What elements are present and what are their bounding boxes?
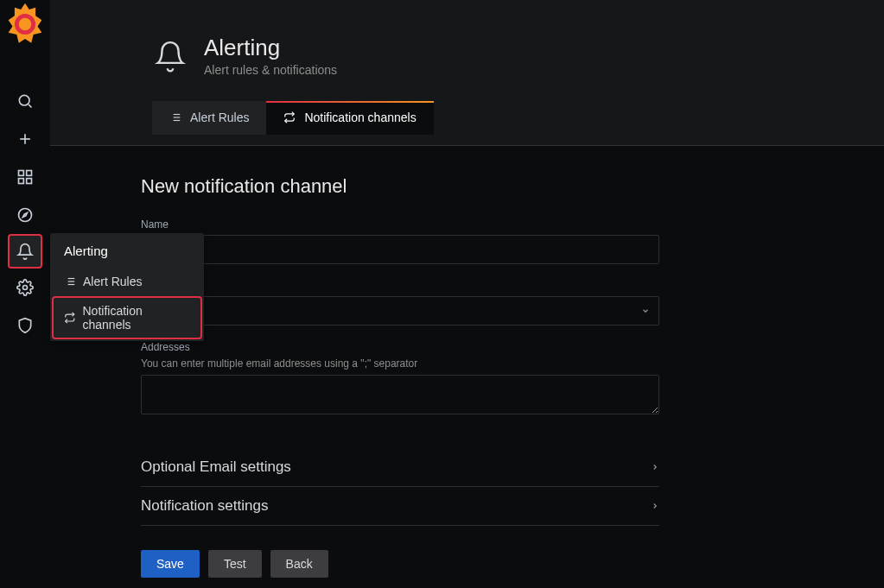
name-label: Name [141,218,659,231]
alerting-nav[interactable] [8,234,42,269]
name-input[interactable] [141,235,659,264]
expandable-label: Optional Email settings [141,458,291,476]
svg-point-9 [19,209,32,222]
chevron-down-icon [641,307,650,315]
chevron-right-icon [651,463,659,471]
grid-icon [16,168,34,186]
save-button[interactable]: Save [141,550,200,578]
page-header: Alerting Alert rules & notifications [50,0,884,77]
tab-label: Notification channels [304,111,416,124]
svg-point-1 [19,95,29,105]
form-group-type: Type Email [141,280,659,326]
sidebar [0,0,50,588]
list-icon [64,275,76,288]
svg-rect-8 [27,179,32,184]
svg-rect-5 [19,171,24,176]
svg-line-2 [29,104,31,107]
expandable-optional-email[interactable]: Optional Email settings [141,448,659,487]
tab-label: Alert Rules [190,111,249,124]
addresses-label: Addresses [141,341,659,353]
tabs: Alert Rules Notification channels [152,101,884,135]
bell-icon [154,40,187,73]
flyout-item-label: Alert Rules [83,275,142,288]
form-group-name: Name [141,218,659,264]
logo[interactable] [0,0,50,47]
button-row: Save Test Back [141,550,884,578]
server-admin-nav[interactable] [0,307,50,345]
flyout-item-label: Notification channels [83,304,191,332]
back-button[interactable]: Back [270,550,328,578]
share-icon [64,312,76,324]
svg-rect-7 [19,179,24,184]
content: New notification channel Name Type Email… [50,146,884,588]
search-icon [16,92,34,110]
configuration-nav[interactable] [0,269,50,307]
page-title: Alerting [204,35,337,61]
shield-icon [16,317,34,334]
list-icon [169,111,181,123]
search-nav[interactable] [0,82,50,120]
grafana-logo-icon [0,0,50,49]
test-button[interactable]: Test [208,550,262,578]
chevron-right-icon [651,502,659,510]
section-title: New notification channel [141,175,884,198]
dashboards-nav[interactable] [0,158,50,196]
expandable-label: Notification settings [141,497,268,515]
tab-alert-rules[interactable]: Alert Rules [152,101,266,135]
expandable-notification-settings[interactable]: Notification settings [141,487,659,526]
header-bar: Alerting Alert rules & notifications Ale… [50,0,884,146]
explore-nav[interactable] [0,196,50,234]
sidebar-flyout: Alerting Alert Rules Notification channe… [50,233,204,341]
gear-icon [16,279,34,296]
page-subtitle: Alert rules & notifications [204,63,337,77]
plus-icon [16,130,34,148]
page-titles: Alerting Alert rules & notifications [204,35,337,77]
bell-icon [16,243,34,260]
addresses-help: You can enter multiple email addresses u… [141,357,659,370]
compass-icon [16,206,34,224]
type-select[interactable]: Email [141,296,659,326]
addresses-textarea[interactable] [141,375,659,414]
tab-notification-channels[interactable]: Notification channels [266,101,433,135]
share-icon [283,111,296,123]
svg-point-11 [23,286,28,290]
flyout-item-alert-rules[interactable]: Alert Rules [50,267,204,296]
flyout-item-notification-channels[interactable]: Notification channels [52,296,202,339]
svg-rect-6 [27,171,32,176]
svg-marker-10 [23,213,28,218]
create-nav[interactable] [0,120,50,158]
form-group-addresses: Addresses You can enter multiple email a… [141,341,659,417]
flyout-title: Alerting [50,233,204,267]
